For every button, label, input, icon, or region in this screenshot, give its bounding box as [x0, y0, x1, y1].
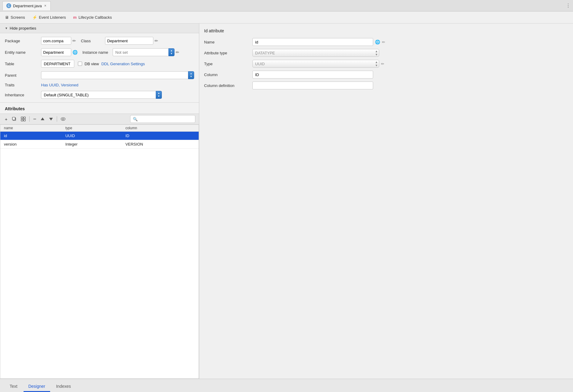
- instance-name-field-group: ▲▼ ✏: [113, 48, 179, 56]
- svg-rect-3: [24, 117, 25, 119]
- traits-label: Traits: [5, 83, 41, 87]
- attribute-type-prop-label: Attribute type: [204, 51, 252, 55]
- section-header[interactable]: ▼ Hide properties: [0, 24, 199, 33]
- traits-link[interactable]: Has UUID, Versioned: [41, 83, 78, 87]
- tab-close-button[interactable]: ×: [43, 4, 47, 8]
- lifecycle-callbacks-label: Lifecycle Callbacks: [78, 15, 112, 20]
- parent-select-group: ▲▼: [41, 71, 194, 79]
- move-up-button[interactable]: [39, 116, 46, 122]
- toolbar-lifecycle-callbacks[interactable]: m Lifecycle Callbacks: [73, 15, 112, 20]
- attributes-title: Attributes: [0, 105, 199, 114]
- template-icon: [21, 117, 26, 121]
- lifecycle-icon: m: [73, 15, 77, 20]
- attr-data-table: name type column id UUID ID version: [0, 125, 199, 149]
- lightning-icon: ⚡: [32, 15, 37, 20]
- traits-row: Traits Has UUID, Versioned: [0, 82, 199, 88]
- name-input[interactable]: [252, 38, 373, 46]
- svg-rect-5: [24, 119, 25, 121]
- type-edit-icon[interactable]: ✏: [381, 62, 384, 66]
- inheritance-input[interactable]: [41, 91, 156, 99]
- up-arrow-icon: [40, 117, 45, 121]
- type-prop-value: UUID ▲▼ ✏: [252, 60, 568, 68]
- template-attribute-button[interactable]: [20, 116, 27, 122]
- inheritance-select-group: ▲▼: [41, 91, 162, 99]
- svg-marker-7: [49, 118, 53, 120]
- db-view-checkbox[interactable]: [78, 62, 82, 66]
- type-select[interactable]: UUID: [252, 60, 379, 68]
- entity-name-input[interactable]: [41, 48, 71, 56]
- instance-name-input[interactable]: [113, 48, 168, 56]
- row-name: version: [0, 140, 62, 149]
- class-field-group: ✏: [105, 37, 158, 45]
- name-edit-icon[interactable]: ✏: [382, 40, 385, 44]
- row-type: Integer: [62, 140, 122, 149]
- package-edit-icon[interactable]: ✏: [72, 38, 76, 43]
- tab-designer[interactable]: Designer: [24, 381, 50, 392]
- class-input[interactable]: [105, 37, 153, 45]
- parent-select-arrows[interactable]: ▲▼: [188, 71, 194, 79]
- collapse-arrow-icon: ▼: [5, 27, 8, 30]
- svg-rect-4: [21, 119, 23, 121]
- table-input[interactable]: [41, 60, 74, 68]
- remove-attribute-button[interactable]: −: [32, 116, 38, 122]
- tab-bar: C Department.java × ⋮: [0, 0, 573, 11]
- attribute-type-select[interactable]: DATATYPE: [252, 49, 379, 57]
- search-input[interactable]: [139, 117, 178, 121]
- inheritance-label: Inheritance: [5, 93, 41, 97]
- row-name: id: [0, 132, 62, 140]
- attribute-type-prop-value: DATATYPE ▲▼: [252, 49, 568, 57]
- db-view-label: DB view: [85, 62, 99, 66]
- table-row[interactable]: version Integer VERSION: [0, 140, 199, 149]
- entity-globe-icon[interactable]: 🌐: [72, 50, 78, 55]
- attribute-type-select-wrapper: DATATYPE ▲▼: [252, 49, 379, 57]
- name-globe-icon[interactable]: 🌐: [375, 40, 380, 44]
- add-attribute-button[interactable]: +: [4, 116, 9, 122]
- attributes-section: Attributes +: [0, 103, 199, 379]
- row-type: UUID: [62, 132, 122, 140]
- row-column: VERSION: [122, 140, 199, 149]
- inheritance-row: Inheritance ▲▼: [0, 90, 199, 100]
- attribute-search[interactable]: 🔍: [130, 115, 195, 123]
- view-button[interactable]: [59, 117, 67, 121]
- tab-indexes[interactable]: Indexes: [51, 381, 76, 392]
- instance-name-edit-icon[interactable]: ✏: [176, 50, 179, 55]
- inheritance-arrows[interactable]: ▲▼: [156, 91, 162, 99]
- name-prop-value: 🌐 ✏: [252, 38, 568, 46]
- column-prop-value: [252, 71, 568, 79]
- column-input[interactable]: [252, 71, 373, 79]
- attributes-table: name type column id UUID ID version: [0, 124, 199, 379]
- attributes-toolbar: + −: [0, 114, 199, 124]
- top-toolbar: 🖥 Screens ⚡ Event Listeners m Lifecycle …: [0, 11, 573, 24]
- svg-rect-2: [21, 117, 23, 119]
- column-prop-label: Column: [204, 72, 252, 77]
- right-panel: Id attribute Name 🌐 ✏ Attribute type DAT…: [199, 24, 573, 379]
- instance-name-arrows[interactable]: ▲▼: [168, 48, 174, 56]
- class-edit-icon[interactable]: ✏: [155, 38, 158, 43]
- down-arrow-icon: [49, 117, 53, 121]
- entity-name-field-group: 🌐: [41, 48, 78, 56]
- tab-text[interactable]: Text: [5, 381, 22, 392]
- ddl-link[interactable]: DDL Generation Settings: [101, 62, 145, 66]
- type-select-wrapper: UUID ▲▼: [252, 60, 379, 68]
- toolbar-screens[interactable]: 🖥 Screens: [5, 15, 25, 20]
- class-label: Class: [81, 39, 105, 43]
- table-row[interactable]: id UUID ID: [0, 132, 199, 140]
- package-input[interactable]: [41, 37, 71, 45]
- column-definition-input[interactable]: [252, 82, 373, 89]
- row-column: ID: [122, 132, 199, 140]
- tab-menu-button[interactable]: ⋮: [566, 3, 571, 8]
- copy-icon: [12, 117, 17, 121]
- col-column-header: column: [122, 125, 199, 132]
- column-definition-prop-value: [252, 82, 568, 89]
- entity-row: Entity name 🌐 Instance name ▲▼ ✏: [0, 47, 199, 57]
- bottom-tabs: Text Designer Indexes: [0, 379, 573, 392]
- type-prop-label: Type: [204, 62, 252, 66]
- table-header-row: name type column: [0, 125, 199, 132]
- toolbar-event-listeners[interactable]: ⚡ Event Listeners: [32, 15, 66, 20]
- screens-icon: 🖥: [5, 15, 9, 20]
- copy-attribute-button[interactable]: [11, 116, 18, 122]
- move-down-button[interactable]: [48, 116, 54, 122]
- parent-input[interactable]: [41, 71, 188, 79]
- search-icon: 🔍: [133, 117, 138, 121]
- file-tab[interactable]: C Department.java ×: [2, 1, 51, 10]
